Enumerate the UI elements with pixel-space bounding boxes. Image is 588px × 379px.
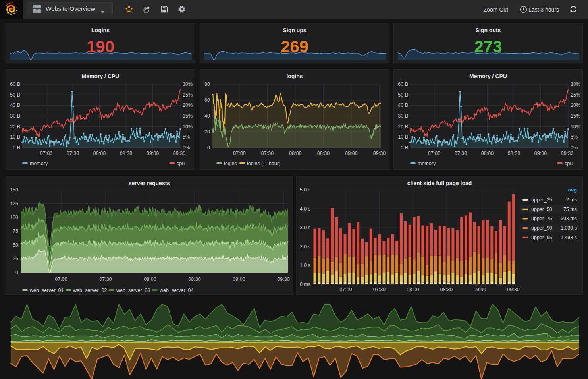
- svg-text:20%: 20%: [571, 102, 580, 108]
- svg-text:20 B: 20 B: [398, 124, 408, 130]
- svg-text:50 B: 50 B: [398, 92, 408, 98]
- svg-text:0: 0: [15, 270, 18, 275]
- svg-text:10 B: 10 B: [10, 134, 20, 140]
- svg-text:20%: 20%: [183, 102, 193, 108]
- svg-text:cpu: cpu: [177, 161, 185, 166]
- svg-text:1.0 s: 1.0 s: [300, 263, 310, 268]
- svg-text:125: 125: [10, 201, 18, 207]
- svg-text:08:00: 08:00: [481, 151, 494, 156]
- svg-text:07:00: 07:00: [339, 287, 352, 292]
- svg-text:30%: 30%: [571, 81, 580, 87]
- svg-text:upper_50: upper_50: [531, 207, 552, 212]
- svg-text:100: 100: [10, 215, 18, 220]
- svg-text:08:30: 08:30: [317, 151, 330, 156]
- svg-text:upper_75: upper_75: [531, 216, 552, 221]
- svg-text:150: 150: [10, 187, 18, 193]
- svg-text:503 ms: 503 ms: [561, 216, 577, 221]
- svg-text:75 ms: 75 ms: [563, 207, 577, 212]
- svg-text:40 B: 40 B: [10, 102, 20, 108]
- svg-text:memory: memory: [418, 161, 436, 166]
- svg-text:web_server_02: web_server_02: [73, 288, 107, 293]
- svg-text:cpu: cpu: [565, 161, 573, 166]
- svg-text:web_server_03: web_server_03: [116, 288, 150, 293]
- svg-text:0: 0: [207, 145, 210, 151]
- svg-text:80: 80: [204, 81, 210, 87]
- svg-text:25: 25: [13, 256, 18, 261]
- svg-text:40: 40: [204, 113, 210, 119]
- svg-text:upper_25: upper_25: [531, 197, 552, 203]
- svg-text:web_server_01: web_server_01: [29, 288, 64, 293]
- svg-text:07:00: 07:00: [55, 277, 67, 282]
- svg-text:07:00: 07:00: [428, 151, 440, 156]
- svg-text:50: 50: [13, 242, 18, 248]
- svg-text:08:00: 08:00: [289, 151, 301, 156]
- svg-text:2 ms: 2 ms: [566, 197, 577, 203]
- svg-text:50 B: 50 B: [10, 92, 20, 98]
- svg-text:60 B: 60 B: [398, 81, 408, 87]
- svg-text:30%: 30%: [183, 81, 193, 87]
- svg-text:4.0 s: 4.0 s: [300, 206, 310, 212]
- svg-text:logins: logins: [224, 161, 237, 166]
- svg-text:5%: 5%: [183, 134, 190, 140]
- svg-text:15%: 15%: [183, 113, 193, 119]
- svg-text:upper_95: upper_95: [531, 235, 552, 240]
- svg-text:09:00: 09:00: [233, 277, 245, 282]
- svg-text:09:00: 09:00: [474, 287, 486, 292]
- svg-text:09:30: 09:30: [173, 151, 185, 156]
- svg-text:07:00: 07:00: [233, 151, 245, 156]
- svg-text:09:00: 09:00: [147, 151, 159, 156]
- svg-text:20 B: 20 B: [10, 124, 20, 130]
- svg-text:1.039 s: 1.039 s: [561, 225, 577, 231]
- svg-text:09:00: 09:00: [345, 151, 357, 156]
- svg-text:07:30: 07:30: [455, 151, 467, 156]
- svg-text:07:30: 07:30: [99, 277, 112, 282]
- svg-text:25%: 25%: [183, 92, 193, 98]
- svg-text:0 B: 0 B: [13, 145, 20, 151]
- svg-text:09:30: 09:30: [277, 277, 289, 282]
- svg-text:08:30: 08:30: [508, 151, 520, 156]
- svg-text:memory: memory: [30, 161, 48, 166]
- svg-text:5%: 5%: [571, 134, 578, 140]
- svg-text:60 B: 60 B: [10, 81, 20, 87]
- svg-text:avg: avg: [568, 187, 577, 193]
- svg-text:3.0 s: 3.0 s: [300, 225, 310, 230]
- svg-text:15%: 15%: [571, 113, 580, 119]
- svg-text:08:00: 08:00: [407, 287, 419, 292]
- svg-text:logins (-1 hour): logins (-1 hour): [247, 161, 280, 166]
- svg-text:25%: 25%: [571, 92, 580, 98]
- svg-text:40 B: 40 B: [398, 102, 408, 108]
- svg-text:07:30: 07:30: [373, 287, 386, 292]
- svg-text:08:30: 08:30: [120, 151, 132, 156]
- svg-text:20: 20: [204, 129, 210, 135]
- svg-text:08:00: 08:00: [144, 277, 156, 282]
- svg-text:07:30: 07:30: [67, 151, 79, 156]
- svg-text:5.0 s: 5.0 s: [300, 187, 310, 193]
- svg-text:upper_90: upper_90: [531, 225, 552, 231]
- svg-text:0%: 0%: [571, 145, 578, 151]
- svg-text:1.493 s: 1.493 s: [561, 235, 577, 240]
- svg-text:0 ms: 0 ms: [300, 282, 310, 287]
- svg-text:08:30: 08:30: [188, 277, 200, 282]
- svg-text:09:30: 09:30: [373, 151, 386, 156]
- svg-text:09:30: 09:30: [507, 287, 519, 292]
- svg-text:0 B: 0 B: [401, 145, 408, 151]
- svg-text:10 B: 10 B: [398, 134, 408, 140]
- svg-text:web_server_04: web_server_04: [159, 288, 194, 293]
- svg-text:08:00: 08:00: [93, 151, 106, 156]
- svg-text:07:00: 07:00: [40, 151, 52, 156]
- svg-text:60: 60: [204, 97, 210, 103]
- svg-text:08:30: 08:30: [440, 287, 453, 292]
- svg-text:2.0 s: 2.0 s: [300, 244, 310, 249]
- svg-text:10%: 10%: [571, 124, 580, 130]
- svg-text:0%: 0%: [183, 145, 190, 151]
- svg-text:30 B: 30 B: [10, 113, 20, 119]
- svg-text:30 B: 30 B: [398, 113, 408, 119]
- svg-text:09:30: 09:30: [561, 151, 573, 156]
- svg-text:09:00: 09:00: [534, 151, 547, 156]
- svg-text:07:30: 07:30: [261, 151, 274, 156]
- svg-text:10%: 10%: [183, 124, 193, 130]
- svg-text:75: 75: [13, 228, 18, 234]
